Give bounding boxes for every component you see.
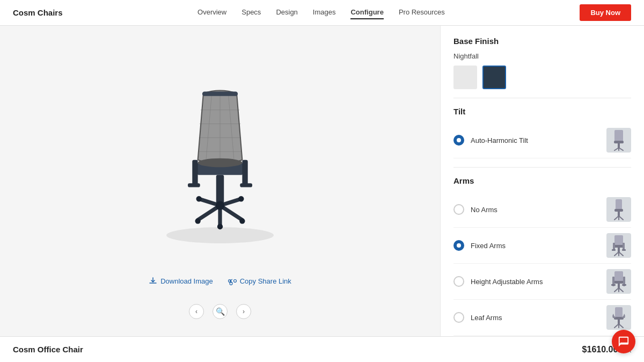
nav-links: Overview Specs Design Images Configure P…	[197, 6, 445, 19]
leaf-arms-thumb-icon	[609, 306, 628, 329]
no-arms-label: No Arms	[471, 206, 497, 214]
option-leaf-arms: Leaf Arms	[453, 300, 631, 336]
product-image-panel: ‹ 🔍 › Download Image Copy Share Link	[0, 26, 440, 336]
navigation: Cosm Chairs Overview Specs Design Images…	[0, 0, 644, 26]
option-auto-harmonic-tilt: Auto-Harmonic Tilt	[453, 122, 631, 158]
chair-image	[161, 82, 279, 243]
radio-fixed-arms[interactable]	[453, 240, 464, 251]
option-left-leaf-arms: Leaf Arms	[453, 312, 502, 323]
svg-rect-49	[613, 281, 624, 284]
svg-rect-34	[618, 212, 620, 216]
option-left-fixed-arms: Fixed Arms	[453, 240, 506, 251]
svg-point-23	[196, 196, 202, 201]
nav-link-overview[interactable]: Overview	[197, 6, 226, 19]
share-icon	[228, 277, 237, 285]
nav-link-images[interactable]: Images	[313, 6, 336, 19]
svg-rect-44	[618, 248, 620, 252]
svg-line-30	[619, 148, 623, 150]
base-finish-section: Base Finish Nightfall	[453, 37, 631, 89]
tilt-thumb-icon	[609, 129, 628, 151]
chat-bubble-button[interactable]	[612, 330, 635, 353]
option-left-height-adjustable-arms: Height Adjustable Arms	[453, 276, 543, 287]
svg-point-25	[216, 201, 225, 210]
svg-line-55	[614, 288, 619, 292]
height-adjustable-arms-thumb-icon	[609, 270, 628, 293]
tilt-section: Tilt Auto-Harmonic Tilt	[453, 107, 631, 158]
chat-icon	[618, 336, 630, 347]
leaf-arms-thumb	[606, 305, 631, 330]
option-fixed-arms: Fixed Arms	[453, 228, 631, 264]
fixed-arms-thumb-icon	[609, 234, 628, 257]
auto-harmonic-tilt-thumb	[606, 128, 631, 153]
svg-rect-33	[614, 209, 623, 212]
footer: Cosm Office Chair $1610.00 List	[0, 336, 644, 362]
no-arms-thumb-icon	[609, 198, 628, 221]
copy-share-label: Copy Share Link	[240, 277, 291, 285]
svg-rect-11	[188, 183, 200, 187]
svg-rect-28	[618, 143, 620, 148]
svg-line-56	[619, 288, 623, 292]
divider-2	[453, 167, 631, 168]
svg-point-9	[198, 158, 243, 168]
buy-now-button[interactable]: Buy Now	[580, 4, 631, 21]
zoom-button[interactable]: 🔍	[213, 304, 228, 319]
svg-line-45	[614, 252, 619, 256]
chair-shadow	[166, 227, 274, 243]
image-actions: Download Image Copy Share Link	[149, 277, 291, 285]
svg-point-20	[195, 218, 200, 223]
svg-rect-40	[613, 243, 615, 250]
radio-leaf-arms[interactable]	[453, 312, 464, 323]
option-no-arms: No Arms	[453, 192, 631, 228]
svg-rect-26	[614, 130, 623, 142]
svg-rect-27	[614, 141, 624, 143]
svg-line-35	[614, 216, 619, 220]
svg-rect-13	[240, 183, 252, 187]
height-adjustable-arms-thumb	[606, 269, 631, 294]
nav-link-specs[interactable]: Specs	[241, 6, 261, 19]
svg-rect-32	[616, 199, 622, 210]
svg-rect-7	[202, 92, 238, 96]
nav-link-pro-resources[interactable]: Pro Resources	[399, 6, 445, 19]
svg-rect-12	[242, 160, 247, 185]
option-height-adjustable-arms: Height Adjustable Arms	[453, 264, 631, 300]
svg-rect-14	[216, 175, 224, 206]
color-swatches	[453, 66, 631, 89]
svg-line-46	[619, 252, 623, 256]
height-adjustable-arms-label: Height Adjustable Arms	[471, 278, 543, 286]
radio-height-adjustable-arms[interactable]	[453, 276, 464, 287]
configure-panel: Base Finish Nightfall Tilt Auto-Harmonic…	[440, 26, 644, 336]
download-image-button[interactable]: Download Image	[149, 277, 213, 285]
svg-rect-52	[611, 284, 616, 286]
nav-link-design[interactable]: Design	[276, 6, 297, 19]
svg-rect-54	[618, 284, 620, 288]
svg-line-62	[619, 324, 623, 328]
selected-color-label: Nightfall	[453, 52, 631, 60]
base-finish-title: Base Finish	[453, 37, 631, 46]
svg-rect-43	[622, 249, 626, 251]
chair-image-container	[102, 77, 338, 249]
svg-rect-53	[622, 284, 626, 286]
svg-rect-48	[614, 271, 623, 282]
svg-rect-10	[192, 160, 197, 185]
next-image-button[interactable]: ›	[236, 304, 251, 319]
radio-auto-harmonic-tilt[interactable]	[453, 135, 464, 146]
download-icon	[149, 277, 157, 285]
copy-share-link-button[interactable]: Copy Share Link	[228, 277, 291, 285]
footer-product-name: Cosm Office Chair	[13, 345, 83, 354]
svg-line-36	[619, 216, 623, 220]
tilt-title: Tilt	[453, 107, 631, 116]
color-swatch-white[interactable]	[453, 66, 477, 89]
prev-image-button[interactable]: ‹	[189, 304, 204, 319]
svg-point-21	[239, 218, 245, 223]
color-swatch-nightfall[interactable]	[482, 66, 506, 89]
svg-rect-41	[623, 243, 625, 250]
fixed-arms-label: Fixed Arms	[471, 242, 506, 250]
svg-rect-60	[618, 320, 620, 324]
radio-no-arms[interactable]	[453, 204, 464, 215]
option-left-no-arms: No Arms	[453, 204, 497, 215]
arms-title: Arms	[453, 176, 631, 185]
svg-line-29	[614, 148, 619, 150]
nav-link-configure[interactable]: Configure	[350, 6, 383, 19]
svg-point-24	[238, 196, 244, 201]
main-content: ‹ 🔍 › Download Image Copy Share Link	[0, 26, 644, 336]
